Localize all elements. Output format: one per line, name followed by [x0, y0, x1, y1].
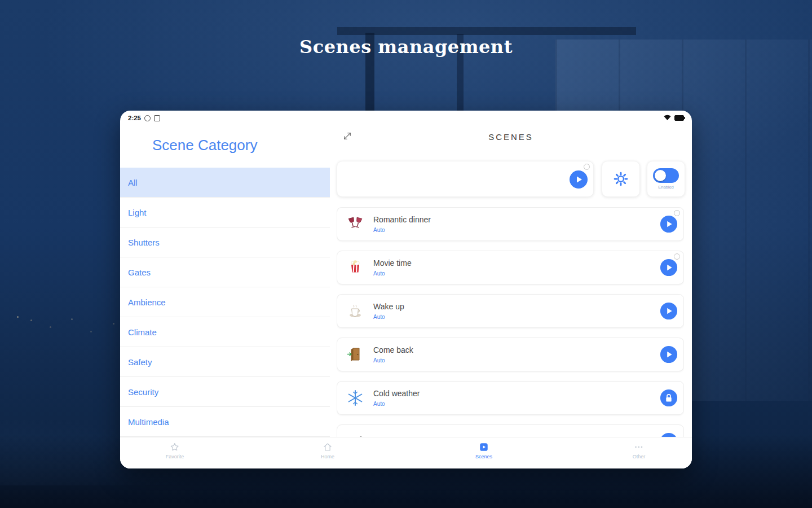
scenes-header-title: SCENES — [330, 132, 692, 142]
sidebar-item-gates[interactable]: Gates — [120, 257, 330, 287]
tab-label: Favorite — [166, 454, 184, 459]
sidebar-item-label: Climate — [128, 327, 157, 337]
scene-title: Movie time — [373, 259, 412, 268]
scene-list: Romantic dinnerAutoMovie timeAutoWake up… — [337, 207, 684, 437]
play-all-card — [337, 161, 594, 197]
battery-icon — [674, 115, 684, 121]
sidebar-item-label: Light — [128, 208, 147, 217]
sidebar-item-ambience[interactable]: Ambience — [120, 287, 330, 317]
scene-card-romantic-dinner[interactable]: Romantic dinnerAuto — [337, 207, 684, 241]
enabled-label: Enabled — [658, 185, 674, 190]
scene-text: Come backAuto — [373, 345, 413, 364]
scenes-icon — [479, 442, 489, 452]
home-icon — [323, 442, 333, 452]
tab-label: Other — [633, 454, 646, 459]
settings-card — [602, 161, 640, 197]
scene-title: Wake up — [373, 302, 404, 311]
favorite-icon — [170, 442, 180, 452]
info-icon — [674, 253, 680, 260]
play-all-button[interactable] — [569, 170, 588, 189]
other-icon — [634, 442, 644, 452]
sidebar-item-safety[interactable]: Safety — [120, 347, 330, 377]
info-icon — [674, 210, 680, 216]
scene-text: Romantic dinnerAuto — [373, 215, 431, 233]
scene-subtitle: Auto — [373, 314, 404, 320]
sidebar-item-label: Multimedia — [128, 417, 169, 427]
scene-play-button[interactable] — [660, 215, 678, 233]
sidebar-item-all[interactable]: All — [120, 168, 330, 198]
app-window: 2:25 Scene Category AllLightShuttersGate… — [120, 111, 692, 468]
tab-bar: FavoriteHomeScenesOther — [120, 437, 692, 468]
scene-lock-button[interactable] — [660, 389, 678, 407]
scene-category-list: AllLightShuttersGatesAmbienceClimateSafe… — [120, 168, 330, 437]
scene-play-button[interactable] — [660, 345, 678, 364]
background-house-roof — [337, 27, 636, 35]
sidebar-item-label: Safety — [128, 357, 152, 367]
sidebar-item-label: Gates — [128, 268, 151, 277]
popcorn-icon — [346, 258, 365, 277]
scene-text: Wake upAuto — [373, 302, 404, 320]
scene-card-wake-up[interactable]: Wake upAuto — [337, 294, 684, 328]
scene-play-button[interactable] — [660, 302, 678, 320]
sidebar-item-shutters[interactable]: Shutters — [120, 227, 330, 257]
snowflake-icon — [346, 388, 365, 408]
scene-subtitle: Auto — [373, 227, 431, 233]
screenshot-icon — [154, 115, 160, 121]
tab-label: Scenes — [475, 454, 492, 459]
status-bar: 2:25 — [120, 111, 692, 125]
sidebar-item-label: All — [128, 178, 138, 187]
sidebar-item-light[interactable]: Light — [120, 198, 330, 227]
scene-title: Cold weather — [373, 389, 420, 398]
desktop-background: Scenes management 2:25 Scene Category Al… — [0, 0, 812, 508]
scenes-panel: SCENES Enabled Romantic dinnerAutoMovie … — [330, 125, 692, 437]
scene-card-cold-weather[interactable]: Cold weatherAuto — [337, 381, 684, 415]
scene-text: Cold weatherAuto — [373, 389, 420, 407]
settings-button[interactable] — [613, 171, 629, 187]
tab-label: Home — [321, 454, 334, 459]
info-icon — [584, 164, 590, 170]
enabled-toggle[interactable] — [653, 168, 679, 183]
scene-subtitle: Auto — [373, 357, 413, 364]
scene-card-come-back[interactable]: Come backAuto — [337, 338, 684, 371]
sidebar-item-security[interactable]: Security — [120, 377, 330, 407]
scene-text: Movie timeAuto — [373, 259, 412, 277]
background-city-lights — [17, 316, 19, 318]
scenes-panel-header: SCENES — [330, 125, 692, 149]
scene-category-panel: Scene Category AllLightShuttersGatesAmbi… — [120, 125, 330, 437]
sidebar-item-label: Security — [128, 387, 158, 397]
scene-subtitle: Auto — [373, 270, 412, 277]
toggle-knob — [655, 170, 666, 181]
sidebar-item-label: Shutters — [128, 238, 160, 247]
status-right — [664, 115, 684, 121]
tab-home[interactable]: Home — [321, 442, 334, 459]
notification-icon — [144, 115, 151, 121]
sidebar-item-label: Ambience — [128, 297, 166, 307]
coffee-icon — [346, 301, 365, 321]
page-title: Scenes management — [0, 36, 812, 58]
scene-card-action-in-home[interactable]: Action in home — [337, 424, 684, 437]
wine-glasses-icon — [346, 214, 365, 234]
tab-other[interactable]: Other — [633, 442, 646, 459]
tab-scenes[interactable]: Scenes — [475, 442, 492, 459]
scene-card-movie-time[interactable]: Movie timeAuto — [337, 251, 684, 284]
scenes-toolbar: Enabled — [337, 161, 685, 197]
scene-category-title: Scene Category — [120, 125, 330, 168]
scene-title: Come back — [373, 345, 413, 354]
scene-subtitle: Auto — [373, 401, 420, 407]
tab-favorite[interactable]: Favorite — [166, 442, 184, 459]
door-icon — [346, 345, 365, 364]
enabled-card: Enabled — [647, 161, 685, 197]
sidebar-item-climate[interactable]: Climate — [120, 317, 330, 347]
status-time: 2:25 — [128, 115, 141, 121]
scene-play-button[interactable] — [660, 259, 678, 277]
sidebar-item-multimedia[interactable]: Multimedia — [120, 407, 330, 437]
scene-title: Romantic dinner — [373, 215, 431, 224]
status-left: 2:25 — [128, 115, 160, 121]
wifi-icon — [664, 115, 671, 121]
